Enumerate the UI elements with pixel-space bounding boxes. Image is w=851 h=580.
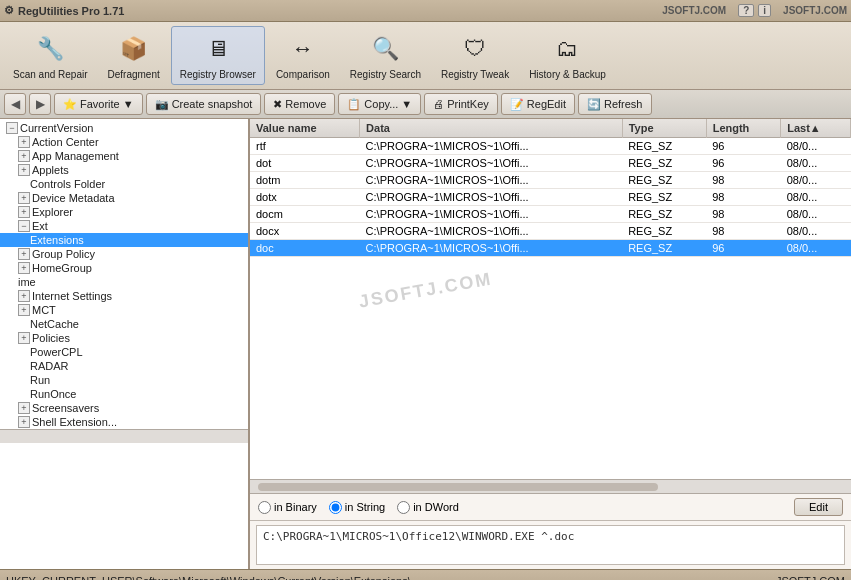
tree-expand-icon[interactable]: − [6,122,18,134]
tree-item-radar[interactable]: RADAR [0,359,248,373]
col-header-value-name[interactable]: Value name [250,119,360,138]
tree-label: App Management [32,150,119,162]
favorite-button[interactable]: ⭐ Favorite ▼ [54,93,143,115]
tree-label: Extensions [30,234,84,246]
table-row[interactable]: rtfC:\PROGRA~1\MICROS~1\Offi...REG_SZ960… [250,138,851,155]
tree-item-applets[interactable]: + Applets [0,163,248,177]
tree-expand-icon[interactable]: + [18,304,30,316]
tree-expand-icon[interactable]: + [18,192,30,204]
tree-expand-icon[interactable]: − [18,220,30,232]
tree-label: MCT [32,304,56,316]
tree-item-mct[interactable]: + MCT [0,303,248,317]
tree-item-homegroup[interactable]: + HomeGroup [0,261,248,275]
tree-item-netcache[interactable]: NetCache [0,317,248,331]
table-cell-last: 08/0... [781,223,851,240]
col-header-length[interactable]: Length [706,119,781,138]
radio-binary-label[interactable]: in Binary [258,501,317,514]
tree-item-app-management[interactable]: + App Management [0,149,248,163]
tree-item-controls-folder[interactable]: Controls Folder [0,177,248,191]
table-row[interactable]: dotC:\PROGRA~1\MICROS~1\Offi...REG_SZ960… [250,155,851,172]
edit-button[interactable]: Edit [794,498,843,516]
tree-label: Policies [32,332,70,344]
print-icon: 🖨 [433,98,444,110]
create-snapshot-button[interactable]: 📷 Create snapshot [146,93,262,115]
status-brand: JSOFTJ.COM [776,575,845,581]
favorite-dropdown-icon: ▼ [123,98,134,110]
toolbar-registry-tweak[interactable]: 🛡 Registry Tweak [432,26,518,85]
app-logo-icon: ⚙ [4,4,14,17]
tree-item-policies[interactable]: + Policies [0,331,248,345]
radio-dword[interactable] [397,501,410,514]
radio-string[interactable] [329,501,342,514]
radio-string-label[interactable]: in String [329,501,385,514]
tree-label: Ext [32,220,48,232]
tree-item-shell-extensions[interactable]: + Shell Extension... [0,415,248,429]
tree-expand-icon[interactable]: + [18,150,30,162]
toolbar-defragment[interactable]: 📦 Defragment [99,26,169,85]
tree-item-group-policy[interactable]: + Group Policy [0,247,248,261]
tree-item-ext[interactable]: − Ext [0,219,248,233]
tree-item-runonce[interactable]: RunOnce [0,387,248,401]
tree-scrollbar-h[interactable] [0,429,248,443]
toolbar-history-backup[interactable]: 🗂 History & Backup [520,26,615,85]
toolbar-registry-browser[interactable]: 🖥 Registry Browser [171,26,265,85]
table-cell-type: REG_SZ [622,172,706,189]
printkey-button[interactable]: 🖨 PrintKey [424,93,498,115]
remove-button[interactable]: ✖ Remove [264,93,335,115]
tree-item-run[interactable]: Run [0,373,248,387]
table-row[interactable]: docmC:\PROGRA~1\MICROS~1\Offi...REG_SZ98… [250,206,851,223]
tree-item-internet-settings[interactable]: + Internet Settings [0,289,248,303]
col-header-data[interactable]: Data [360,119,623,138]
copy-dropdown-icon: ▼ [401,98,412,110]
back-button[interactable]: ◀ [4,93,26,115]
toolbar-comparison[interactable]: ↔ Comparison [267,26,339,85]
tree-label: Group Policy [32,248,95,260]
tree-label: PowerCPL [30,346,83,358]
help-icon-btn[interactable]: ? [738,4,754,17]
tree-panel[interactable]: − CurrentVersion + Action Center + App M… [0,119,250,569]
table-cell-last: 08/0... [781,172,851,189]
tree-label: Applets [32,164,69,176]
table-scrollbar-h[interactable] [250,479,851,493]
tree-expand-icon[interactable]: + [18,206,30,218]
toolbar-scan-repair[interactable]: 🔧 Scan and Repair [4,26,97,85]
col-header-last[interactable]: Last▲ [781,119,851,138]
toolbar-registry-search[interactable]: 🔍 Registry Search [341,26,430,85]
tree-item-explorer[interactable]: + Explorer [0,205,248,219]
tree-expand-icon[interactable]: + [18,248,30,260]
tree-expand-icon[interactable]: + [18,290,30,302]
tree-expand-icon[interactable]: + [18,402,30,414]
forward-button[interactable]: ▶ [29,93,51,115]
radio-dword-label[interactable]: in DWord [397,501,459,514]
copy-button[interactable]: 📋 Copy... ▼ [338,93,421,115]
tree-expand-icon[interactable]: + [18,416,30,428]
tree-expand-icon[interactable]: + [18,164,30,176]
info-icon-btn[interactable]: i [758,4,771,17]
tree-expand-icon[interactable]: + [18,136,30,148]
table-row[interactable]: docC:\PROGRA~1\MICROS~1\Offi...REG_SZ960… [250,240,851,257]
scan-repair-label: Scan and Repair [13,69,88,80]
tree-item-screensavers[interactable]: + Screensavers [0,401,248,415]
tree-item-ime[interactable]: ime [0,275,248,289]
data-table[interactable]: Value name Data Type Length Last▲ rtfC:\… [250,119,851,479]
regedit-button[interactable]: 📝 RegEdit [501,93,575,115]
app-title: RegUtilities Pro 1.71 [18,5,124,17]
table-row[interactable]: dotmC:\PROGRA~1\MICROS~1\Offi...REG_SZ98… [250,172,851,189]
radio-binary[interactable] [258,501,271,514]
tree-expand-icon[interactable]: + [18,262,30,274]
tree-item-powercpl[interactable]: PowerCPL [0,345,248,359]
tree-label: Action Center [32,136,99,148]
col-header-type[interactable]: Type [622,119,706,138]
comparison-label: Comparison [276,69,330,80]
table-cell-type: REG_SZ [622,138,706,155]
tree-item-device-metadata[interactable]: + Device Metadata [0,191,248,205]
tree-item-current-version[interactable]: − CurrentVersion [0,121,248,135]
tree-expand-icon[interactable]: + [18,332,30,344]
table-cell-length: 96 [706,155,781,172]
table-cell-last: 08/0... [781,206,851,223]
table-row[interactable]: dotxC:\PROGRA~1\MICROS~1\Offi...REG_SZ98… [250,189,851,206]
tree-item-extensions[interactable]: Extensions [0,233,248,247]
table-row[interactable]: docxC:\PROGRA~1\MICROS~1\Offi...REG_SZ98… [250,223,851,240]
tree-item-action-center[interactable]: + Action Center [0,135,248,149]
refresh-button[interactable]: 🔄 Refresh [578,93,652,115]
